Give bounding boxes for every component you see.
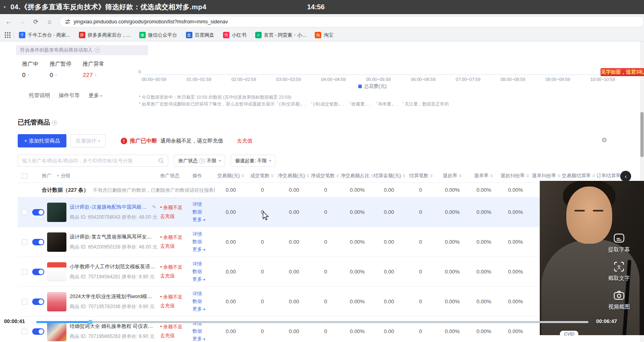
promotion-toggle[interactable] xyxy=(32,328,44,335)
back-icon[interactable]: ← xyxy=(3,17,14,27)
row-checkbox[interactable] xyxy=(22,269,27,275)
action-link[interactable]: 更多 ▾ xyxy=(192,276,215,284)
info-icon[interactable]: ? xyxy=(52,120,57,125)
address-bar[interactable]: yingxiao.pinduoduo.com/goods/promotion/l… xyxy=(60,16,644,27)
status-filter-dropdown[interactable]: 推广状态 ? : 不限 ▾ xyxy=(174,155,225,167)
bookmark-item[interactable]: 千千牛工作台 - 商家... xyxy=(19,32,70,39)
bookmark-item[interactable]: 微微信公众平台 xyxy=(139,32,177,39)
info-icon: ? xyxy=(199,158,204,164)
filter-funnel-icon[interactable]: ▼ xyxy=(56,174,60,178)
table-row: 2024大学生职业生涯规划书word模板范文工作...商品 ID: 707195… xyxy=(18,287,626,317)
action-link[interactable]: 数据 xyxy=(192,298,215,305)
bookmark-item[interactable]: 淘淘宝 xyxy=(315,32,333,39)
search-input[interactable] xyxy=(22,158,158,164)
action-link[interactable]: 详情 xyxy=(192,290,215,298)
home-icon[interactable]: ⌂ xyxy=(44,17,55,27)
row-checkbox[interactable] xyxy=(22,299,27,305)
progress-track[interactable] xyxy=(36,321,588,323)
progress-knob[interactable] xyxy=(88,320,93,324)
extract-subtitles-button[interactable]: 提取字幕 xyxy=(605,232,633,253)
row-checkbox[interactable] xyxy=(22,329,27,334)
forward-icon[interactable]: → xyxy=(17,17,27,27)
gear-icon[interactable]: ⚙ xyxy=(601,136,607,144)
product-meta: 商品 ID: 654200950159 拼单价: 48.00 元 xyxy=(70,244,157,251)
hosting-help-link[interactable]: 托管说明 xyxy=(29,92,50,99)
product-title[interactable]: 设计师款-复古气质扇形珮风耳环女民族风耳饰... xyxy=(70,234,156,240)
promo-ribbon[interactable]: 见字如面，送君3礼 xyxy=(601,68,644,76)
stat-promoting[interactable]: 推广中 0› xyxy=(22,60,39,78)
video-screenshot-button[interactable]: 视频截图 xyxy=(605,289,633,311)
recharge-link[interactable]: 去充值 xyxy=(160,213,192,220)
promotion-toggle[interactable] xyxy=(32,298,44,305)
metric-header[interactable]: 退款率⇅ xyxy=(436,172,468,179)
add-managed-product-button[interactable]: + 添加托管商品 xyxy=(18,134,66,147)
metric-header[interactable]: 净交易额(元)⇅ xyxy=(278,172,309,179)
action-link[interactable]: 数据 xyxy=(192,238,215,246)
tools-collapse-handle[interactable]: ‹ xyxy=(620,171,631,182)
chart-x-label: 05:00~05:59 xyxy=(366,77,390,82)
recharge-link[interactable]: 去充值 xyxy=(160,332,192,339)
apps-grid-icon[interactable] xyxy=(5,32,10,38)
action-link[interactable]: 更多 ▾ xyxy=(192,246,215,254)
product-title[interactable]: 设计师款-汉服旗袍配饰中国风银针青字耳坠镶... xyxy=(70,204,150,211)
action-link[interactable]: 详情 xyxy=(192,260,215,268)
promotion-toggle[interactable] xyxy=(32,209,44,216)
speed-filter-dropdown[interactable]: 极速起量 : 不限 ▾ xyxy=(231,155,275,167)
action-link[interactable]: 更多 ▾ xyxy=(192,335,215,342)
recharge-link[interactable]: 去充值 xyxy=(160,243,192,250)
row-checkbox[interactable] xyxy=(22,209,27,215)
stat-abnormal[interactable]: 推广异常 227› xyxy=(83,60,105,78)
url-text: yingxiao.pinduoduo.com/goods/promotion/l… xyxy=(74,19,228,25)
bookmark-item[interactable]: A首页 - 阿蛮素・小... xyxy=(255,32,306,39)
action-link[interactable]: 数据 xyxy=(192,208,215,216)
recharge-link[interactable]: 去充值 xyxy=(160,303,192,309)
more-link[interactable]: 更多▾ xyxy=(89,92,102,99)
row-checkbox[interactable] xyxy=(22,239,27,245)
metric-header[interactable]: 交易额(元)⇅ xyxy=(215,172,246,179)
product-title[interactable]: 结婚贺词大全 婚礼接单教程 司仪表格 婚礼策划... xyxy=(70,323,156,330)
edit-icon[interactable]: ✎ xyxy=(152,204,156,210)
reload-icon[interactable]: ⟳ xyxy=(31,17,41,27)
info-icon[interactable]: ? xyxy=(95,48,100,53)
metric-header[interactable]: 退单率⇅ xyxy=(468,172,499,179)
search-icon[interactable] xyxy=(158,158,164,164)
product-title[interactable]: 小学教师个人工作计划范文模板英语语文数学... xyxy=(70,263,156,270)
metric-header[interactable]: 结算金额(元)⇅ xyxy=(374,172,405,179)
promotion-toggle[interactable] xyxy=(32,269,44,275)
metric-value: 0.00% xyxy=(468,328,500,334)
action-link[interactable]: 数据 xyxy=(192,327,215,335)
bookmark-item[interactable]: 拼拼多多商家后台，... xyxy=(79,32,130,39)
chevron-down-icon: ▾ xyxy=(203,337,205,341)
video-tools: 提取字幕 文 截取文字 视频截图 xyxy=(605,232,633,318)
metric-header[interactable]: 退款纠纷率⇅ xyxy=(499,172,530,179)
site-info-icon[interactable] xyxy=(65,19,70,25)
capture-text-button[interactable]: 文 截取文字 xyxy=(605,261,633,282)
sort-icon: ⇅ xyxy=(306,174,309,178)
action-link[interactable]: 更多 ▾ xyxy=(192,305,215,313)
action-link[interactable]: 详情 xyxy=(192,230,215,238)
scrollbar-thumb[interactable] xyxy=(640,112,644,157)
batch-operation-button[interactable]: 批量操作▾ xyxy=(70,134,105,147)
metric-header[interactable]: 净成交笔数⇅ xyxy=(309,172,341,179)
action-link[interactable]: 更多 ▾ xyxy=(192,216,215,224)
metric-header[interactable]: 交易额结算率⇅ xyxy=(562,172,595,179)
recharge-link[interactable]: 去充值 xyxy=(237,137,252,145)
sort-icon: ⇅ xyxy=(592,174,595,178)
metric-header[interactable]: 退单纠纷率⇅ xyxy=(530,172,562,179)
operation-guide-link[interactable]: 操作引导 xyxy=(59,92,80,99)
metric-header[interactable]: 成交笔数⇅ xyxy=(246,172,278,179)
promotion-toggle[interactable] xyxy=(32,239,44,245)
product-title[interactable]: 2024大学生职业生涯规划书word模板范文工作... xyxy=(70,293,156,300)
metric-value: 0 xyxy=(310,209,342,215)
bookmark-item[interactable]: 盘百度网盘 xyxy=(186,32,214,39)
metric-header[interactable]: 结算笔数⇅ xyxy=(405,172,437,179)
action-link[interactable]: 详情 xyxy=(192,201,215,208)
select-all-checkbox[interactable] xyxy=(22,173,27,179)
chevron-down-icon[interactable]: ▾ xyxy=(4,5,6,9)
stat-paused[interactable]: 推广暂停 0› xyxy=(50,60,72,78)
bookmark-item[interactable]: 书小红书 xyxy=(223,32,246,39)
metric-header[interactable]: 净交易额占比⇅ xyxy=(341,172,374,179)
recharge-link[interactable]: 去充值 xyxy=(160,273,192,280)
action-link[interactable]: 数据 xyxy=(192,268,215,276)
chart-x-label: 02:00~02:59 xyxy=(231,77,256,82)
